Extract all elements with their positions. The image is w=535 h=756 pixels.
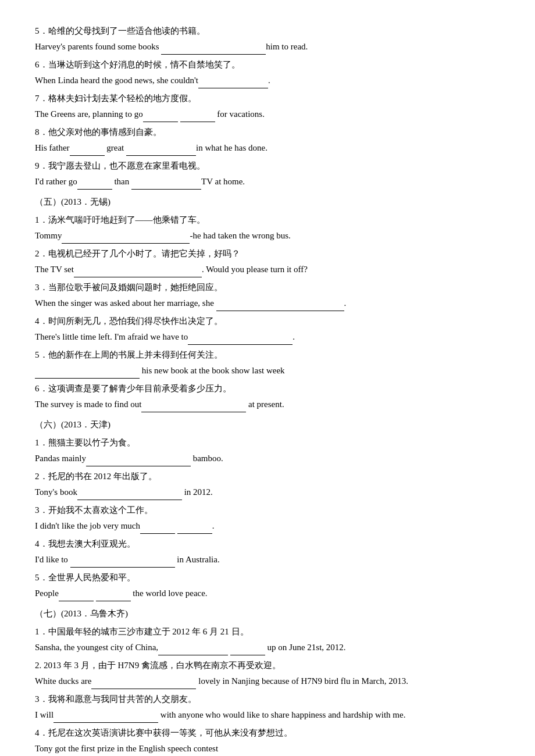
wu-q4-english: There's little time left. I'm afraid we … [35, 329, 500, 345]
question-5: 5．哈维的父母找到了一些适合他读的书籍。 Harvey's parents fo… [35, 23, 500, 55]
question-8: 8．他父亲对他的事情感到自豪。 His father great in what… [35, 124, 500, 156]
q7-chinese: 7．格林夫妇计划去某个轻松的地方度假。 [35, 91, 500, 106]
wu-q5-chinese: 5．他的新作在上周的书展上并未得到任何关注。 [35, 347, 500, 363]
q7-blank1 [143, 112, 178, 122]
qi-question-1: 1．中国最年轻的城市三沙市建立于 2012 年 6 月 21 日。 Sansha… [35, 624, 500, 655]
qi-q1-chinese: 1．中国最年轻的城市三沙市建立于 2012 年 6 月 21 日。 [35, 624, 500, 640]
liu-q5-chinese: 5．全世界人民热爱和平。 [35, 570, 500, 586]
page-content: 5．哈维的父母找到了一些适合他读的书籍。 Harvey's parents fo… [35, 23, 500, 756]
liu-q5-english: People the world love peace. [35, 586, 500, 601]
q8-english: His father great in what he has done. [35, 140, 500, 156]
wu-q1-blank [62, 233, 190, 244]
wu-question-2: 2．电视机已经开了几个小时了。请把它关掉，好吗？ The TV set. Wou… [35, 246, 500, 277]
wu-q1-english: Tommy-he had taken the wrong bus. [35, 228, 500, 244]
qi-q2-blank [91, 679, 196, 689]
q6-blank [198, 78, 268, 88]
wu-q5-english: his new book at the book show last week [35, 363, 500, 379]
wu-question-3: 3．当那位歌手被问及婚姻问题时，她拒绝回应。 When the singer w… [35, 280, 500, 311]
question-6: 6．当琳达听到这个好消息的时候，情不自禁地笑了。 When Linda hear… [35, 57, 500, 88]
question-7: 7．格林夫妇计划去某个轻松的地方度假。 The Greens are, plan… [35, 91, 500, 122]
qi-q1-blank1 [158, 645, 228, 655]
wu-question-1: 1．汤米气喘吁吁地赶到了——他乘错了车。 Tommy-he had taken … [35, 212, 500, 244]
liu-question-4: 4．我想去澳大利亚观光。 I'd like to in Australia. [35, 536, 500, 568]
qi-q1-blank2 [230, 645, 265, 655]
wu-q4-blank [188, 334, 293, 345]
liu-question-5: 5．全世界人民热爱和平。 People the world love peace… [35, 570, 500, 601]
q6-english: When Linda heard the good news, she coul… [35, 73, 500, 88]
wu-q6-blank [141, 402, 246, 412]
liu-q1-chinese: 1．熊猫主要以竹子为食。 [35, 435, 500, 451]
liu-q2-english: Tony's book in 2012. [35, 484, 500, 500]
wu-q6-chinese: 6．这项调查是要了解青少年目前承受着多少压力。 [35, 381, 500, 397]
qi-q4-english-line1: Tony got the first prize in the English … [35, 741, 500, 756]
wu-q3-english: When the singer was asked about her marr… [35, 295, 500, 311]
qi-question-4: 4．托尼在这次英语演讲比赛中获得一等奖，可他从来没有梦想过。 Tony got … [35, 725, 500, 756]
qi-q1-english: Sansha, the youngest city of China, up o… [35, 640, 500, 655]
q8-chinese: 8．他父亲对他的事情感到自豪。 [35, 124, 500, 140]
q5-blank [161, 44, 266, 55]
qi-q3-chinese: 3．我将和愿意与我同甘共苦的人交朋友。 [35, 691, 500, 707]
q9-blank2 [131, 179, 201, 190]
wu-question-4: 4．时间所剩无几，恐怕我们得尽快作出决定了。 There's little ti… [35, 313, 500, 345]
liu-q4-english: I'd like to in Australia. [35, 552, 500, 568]
q9-chinese: 9．我宁愿去登山，也不愿意在家里看电视。 [35, 158, 500, 174]
liu-q4-chinese: 4．我想去澳大利亚观光。 [35, 536, 500, 552]
qi-q3-english: I will with anyone who would like to sha… [35, 707, 500, 723]
liu-q3-chinese: 3．开始我不太喜欢这个工作。 [35, 502, 500, 518]
wu-q6-english: The survey is made to find out at presen… [35, 397, 500, 412]
q5-chinese: 5．哈维的父母找到了一些适合他读的书籍。 [35, 23, 500, 39]
qi-question-2: 2. 2013 年 3 月，由于 H7N9 禽流感，白水鸭在南京不再受欢迎。 W… [35, 658, 500, 689]
liu-q3-blank1 [140, 523, 175, 534]
liu-q5-blank1 [59, 591, 94, 601]
q7-blank2 [180, 112, 215, 122]
q5-english: Harvey's parents found some books him to… [35, 39, 500, 55]
qi-q2-english: White ducks are lovely in Nanjing becaus… [35, 673, 500, 689]
liu-q4-blank [70, 557, 175, 568]
wu-q4-chinese: 4．时间所剩无几，恐怕我们得尽快作出决定了。 [35, 313, 500, 329]
qi-question-3: 3．我将和愿意与我同甘共苦的人交朋友。 I will with anyone w… [35, 691, 500, 723]
q7-english: The Greens are, planning to go for vacat… [35, 106, 500, 122]
qi-q4-chinese: 4．托尼在这次英语演讲比赛中获得一等奖，可他从来没有梦想过。 [35, 725, 500, 741]
wu-q5-blank [35, 368, 140, 379]
qi-q3-blank [54, 712, 158, 723]
qi-q2-chinese: 2. 2013 年 3 月，由于 H7N9 禽流感，白水鸭在南京不再受欢迎。 [35, 658, 500, 673]
q9-english: I'd rather go than TV at home. [35, 174, 500, 190]
liu-q1-english: Pandas mainly bamboo. [35, 451, 500, 466]
wu-q3-blank [216, 301, 344, 311]
wu-q2-chinese: 2．电视机已经开了几个小时了。请把它关掉，好吗？ [35, 246, 500, 262]
liu-q3-english: I didn't like the job very much . [35, 518, 500, 534]
section-liu-header: （六）(2013．天津) [35, 417, 500, 433]
wu-question-5: 5．他的新作在上周的书展上并未得到任何关注。 his new book at t… [35, 347, 500, 379]
q8-blank1 [70, 145, 105, 156]
wu-q2-english: The TV set. Would you please turn it off… [35, 262, 500, 277]
wu-question-6: 6．这项调查是要了解青少年目前承受着多少压力。 The survey is ma… [35, 381, 500, 412]
wu-q2-blank [74, 267, 202, 277]
section-wu-header: （五）(2013．无锡) [35, 194, 500, 210]
liu-question-2: 2．托尼的书在 2012 年出版了。 Tony's book in 2012. [35, 469, 500, 500]
q6-chinese: 6．当琳达听到这个好消息的时候，情不自禁地笑了。 [35, 57, 500, 73]
wu-q1-chinese: 1．汤米气喘吁吁地赶到了——他乘错了车。 [35, 212, 500, 228]
question-9: 9．我宁愿去登山，也不愿意在家里看电视。 I'd rather go than … [35, 158, 500, 190]
liu-q2-chinese: 2．托尼的书在 2012 年出版了。 [35, 469, 500, 484]
liu-q5-blank2 [96, 591, 131, 601]
liu-question-3: 3．开始我不太喜欢这个工作。 I didn't like the job ver… [35, 502, 500, 534]
q9-blank1 [77, 179, 112, 190]
liu-q2-blank [77, 490, 182, 500]
q8-blank2 [126, 145, 196, 156]
wu-q3-chinese: 3．当那位歌手被问及婚姻问题时，她拒绝回应。 [35, 280, 500, 295]
liu-q3-blank2 [177, 523, 212, 534]
liu-question-1: 1．熊猫主要以竹子为食。 Pandas mainly bamboo. [35, 435, 500, 466]
liu-q1-blank [86, 456, 191, 466]
section-qi-header: （七）(2013．乌鲁木齐) [35, 606, 500, 622]
